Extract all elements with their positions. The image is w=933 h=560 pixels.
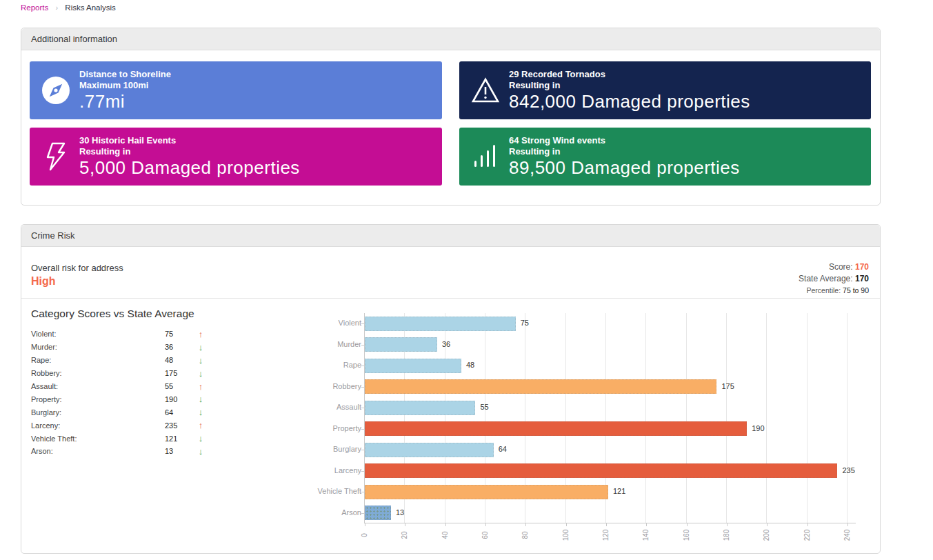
trend-up-icon: ↑ — [194, 329, 208, 339]
score-label: Score: — [829, 262, 853, 272]
score-row-value: 48 — [165, 356, 194, 364]
x-axis-tick-label: 60 — [481, 527, 490, 543]
score-row-label: Property: — [31, 395, 165, 403]
chart-category-label: Assault — [285, 403, 361, 411]
chart-bar-value: 13 — [396, 508, 404, 517]
x-axis-tick — [485, 523, 486, 526]
chart-bar-value: 190 — [752, 424, 764, 432]
trend-down-icon: ↓ — [194, 433, 208, 443]
chart-bar-arson — [365, 506, 391, 520]
x-axis-tick — [405, 523, 405, 526]
state-average-value: 170 — [855, 274, 869, 283]
wind-card: 64 Strong Wind events Resulting in 89,50… — [459, 128, 871, 186]
x-axis-tick — [606, 523, 607, 526]
x-axis-tick — [847, 523, 848, 526]
category-scores-title: Category Scores vs State Average — [31, 308, 194, 320]
chart-category-label: Rape — [285, 361, 361, 369]
trend-down-icon: ↓ — [194, 368, 208, 379]
bar-chart-icon — [468, 141, 503, 172]
trend-up-icon: ↑ — [194, 381, 208, 392]
chart-category-label: Robbery — [285, 382, 361, 390]
chevron-right-icon: › — [55, 3, 58, 12]
x-axis-tick-label: 240 — [843, 527, 852, 543]
x-axis-tick — [566, 523, 567, 526]
panel-title: Crime Risk — [21, 225, 880, 247]
card-line1: 29 Recorded Tornados — [509, 69, 750, 80]
score-row-value: 121 — [165, 434, 194, 443]
x-axis-tick-label: 0 — [361, 527, 369, 543]
chart-bar-assault — [365, 401, 475, 415]
chart-category-label: Vehicle Theft — [285, 487, 361, 495]
score-row-value: 75 — [165, 330, 194, 338]
score-row-label: Murder: — [31, 343, 165, 351]
trend-down-icon: ↓ — [194, 407, 208, 417]
score-row-value: 13 — [165, 447, 194, 455]
score-row-label: Vehicle Theft: — [31, 434, 165, 443]
x-axis-tick — [727, 523, 728, 526]
score-row-value: 64 — [165, 408, 194, 417]
card-value: 5,000 Damaged properties — [79, 157, 300, 178]
card-line1: 64 Strong Wind events — [509, 135, 740, 146]
hail-card: 30 Historic Hail Events Resulting in 5,0… — [30, 128, 442, 186]
x-axis-tick — [807, 523, 808, 526]
lightning-bolt-icon — [38, 141, 74, 172]
score-row: Rape:48↓ — [31, 354, 224, 367]
percentile-line: Percentile: 75 to 90 — [799, 285, 869, 297]
score-row-label: Larceny: — [31, 421, 165, 430]
trend-up-icon: ↑ — [194, 420, 208, 430]
x-axis-tick-label: 40 — [441, 527, 450, 543]
card-line1: Distance to Shoreline — [79, 69, 171, 80]
overall-risk-label: Overall risk for address — [31, 263, 123, 273]
chart-category-label: Larceny — [285, 466, 361, 474]
x-axis-tick-label: 20 — [401, 527, 409, 543]
shoreline-card: Distance to Shoreline Maximum 100mi .77m… — [30, 61, 442, 119]
score-row-label: Violent: — [31, 330, 165, 338]
percentile-value: 75 to 90 — [843, 286, 869, 294]
score-row-label: Assault: — [31, 382, 165, 390]
score-row-value: 55 — [165, 382, 194, 390]
x-axis-tick — [525, 523, 526, 526]
x-axis-tick-label: 80 — [521, 527, 530, 543]
chart-bar-rape — [365, 359, 461, 373]
chart-bar-value: 121 — [613, 487, 625, 495]
score-row-value: 190 — [165, 395, 194, 403]
score-row-label: Robbery: — [31, 369, 165, 377]
score-summary: Score: 170 State Average: 170 Percentile… — [799, 261, 869, 297]
x-axis-tick — [646, 523, 647, 526]
additional-information-panel: Additional information Distance to Shore… — [21, 28, 881, 206]
chart-bar-burglary — [365, 443, 494, 457]
card-line2: Resulting in — [509, 146, 740, 157]
breadcrumb-current: Risks Analysis — [65, 3, 116, 12]
chart-category-label: Property — [285, 424, 361, 432]
score-row: Violent:75↑ — [31, 328, 224, 341]
score-row: Burglary:64↓ — [31, 406, 224, 419]
breadcrumb-link-reports[interactable]: Reports — [21, 3, 48, 12]
crime-risk-panel: Crime Risk Overall risk for address High… — [21, 224, 881, 554]
divider — [21, 298, 880, 299]
chart-bar-value: 235 — [842, 466, 854, 474]
score-row: Assault:55↑ — [31, 380, 224, 393]
x-axis-tick — [767, 523, 768, 526]
chart-bar-property — [365, 421, 747, 436]
score-row-value: 235 — [165, 421, 194, 430]
card-line1: 30 Historic Hail Events — [79, 135, 300, 146]
score-row-label: Rape: — [31, 356, 165, 364]
trend-down-icon: ↓ — [194, 355, 208, 366]
x-axis-tick-label: 100 — [562, 527, 570, 543]
chart-bar-value: 175 — [721, 382, 734, 390]
chart-bar-violent — [365, 317, 516, 331]
x-axis-tick-label: 120 — [602, 527, 610, 543]
trend-down-icon: ↓ — [194, 342, 208, 352]
trend-down-icon: ↓ — [194, 394, 208, 404]
card-value: 89,500 Damaged properties — [509, 157, 740, 178]
chart-bar-vehicle-theft — [365, 485, 608, 499]
x-axis-tick — [445, 523, 446, 526]
score-row: Arson:13↓ — [31, 445, 224, 458]
breadcrumb: Reports › Risks Analysis — [21, 3, 116, 12]
chart-bar-value: 36 — [442, 340, 450, 348]
category-scores-bar-chart: Violent75Murder36Rape48Robbery175Assault… — [318, 313, 878, 551]
panel-title: Additional information — [21, 28, 880, 50]
x-axis-tick-label: 180 — [723, 527, 731, 543]
score-value: 170 — [855, 262, 869, 272]
chart-bar-larceny — [365, 463, 837, 478]
